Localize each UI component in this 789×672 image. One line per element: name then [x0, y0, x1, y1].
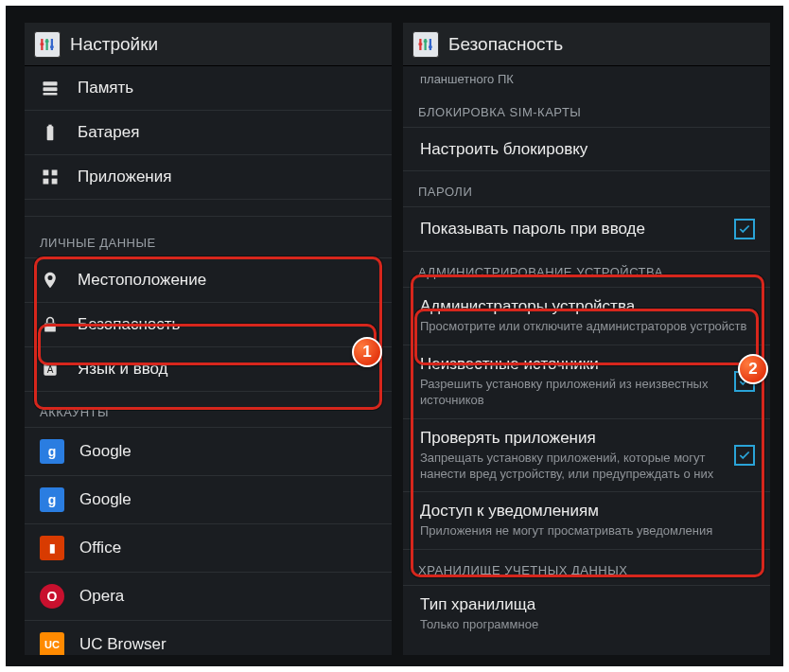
- row-label: Приложения: [78, 168, 377, 186]
- row-label: Google: [79, 442, 377, 461]
- svg-text:A: A: [47, 364, 54, 375]
- settings-item-apps[interactable]: Приложения: [25, 155, 392, 200]
- svg-rect-22: [424, 40, 428, 42]
- location-icon: [40, 270, 61, 291]
- item-notification-access[interactable]: Доступ к уведомлениям Приложения не могу…: [403, 492, 770, 550]
- row-label: Неизвестные источники: [420, 355, 727, 374]
- row-subtitle: Только программное: [420, 617, 755, 633]
- svg-rect-10: [48, 125, 51, 128]
- svg-rect-6: [44, 81, 58, 85]
- row-label: Безопасность: [78, 315, 377, 334]
- checkbox-checked-icon[interactable]: [734, 445, 755, 466]
- battery-icon: [40, 122, 61, 143]
- svg-rect-12: [52, 170, 58, 176]
- svg-rect-7: [44, 87, 58, 91]
- settings-app-icon: [412, 31, 439, 58]
- storage-icon: [40, 78, 61, 98]
- svg-rect-3: [41, 43, 44, 44]
- section-personal: ЛИЧНЫЕ ДАННЫЕ: [25, 217, 392, 258]
- row-label: Office: [79, 539, 377, 557]
- office-icon: ▮: [40, 536, 64, 560]
- language-icon: A: [40, 359, 61, 380]
- row-label: UC Browser: [79, 635, 377, 654]
- row-label: Тип хранилища: [420, 595, 755, 614]
- row-label: Проверять приложения: [420, 429, 727, 448]
- row-label: Opera: [79, 587, 377, 606]
- titlebar: Безопасность: [403, 23, 770, 66]
- account-item-google[interactable]: g Google: [25, 476, 392, 524]
- checkbox-checked-icon[interactable]: [734, 371, 755, 392]
- svg-rect-20: [430, 39, 431, 50]
- row-label: Батарея: [78, 123, 377, 142]
- svg-rect-14: [52, 179, 58, 185]
- section-simlock: БЛОКИРОВКА SIM-КАРТЫ: [403, 92, 770, 128]
- svg-rect-13: [44, 179, 49, 185]
- divider: [25, 200, 392, 217]
- lock-icon: [40, 314, 61, 335]
- section-device-admin: АДМИНИСТРИРОВАНИЕ УСТРОЙСТВА: [403, 252, 770, 288]
- row-label: Настроить блокировку: [420, 140, 755, 159]
- row-label: Доступ к уведомлениям: [420, 502, 755, 521]
- account-item-google[interactable]: g Google: [25, 428, 392, 476]
- row-subtitle: Просмотрите или отключите администраторо…: [420, 319, 755, 335]
- settings-item-language[interactable]: A Язык и ввод: [25, 347, 392, 392]
- row-label: Местоположение: [78, 271, 377, 290]
- svg-rect-8: [44, 93, 58, 96]
- svg-rect-11: [44, 170, 49, 176]
- svg-rect-21: [419, 43, 423, 44]
- truncated-subtitle: планшетного ПК: [403, 66, 770, 92]
- row-label: Администраторы устройства: [420, 297, 755, 316]
- page-title: Настройки: [70, 34, 158, 55]
- checkbox-checked-icon[interactable]: [734, 219, 755, 239]
- account-item-ucbrowser[interactable]: UC UC Browser: [25, 621, 392, 655]
- opera-icon: O: [40, 584, 64, 609]
- page-title: Безопасность: [448, 34, 563, 55]
- item-verify-apps[interactable]: Проверять приложения Запрещать установку…: [403, 419, 770, 493]
- row-label: Показывать пароль при вводе: [420, 220, 727, 239]
- titlebar: Настройки: [25, 23, 392, 66]
- row-label: Память: [78, 79, 377, 97]
- svg-rect-23: [429, 45, 432, 47]
- settings-item-storage[interactable]: Память: [25, 66, 392, 111]
- uc-icon: UC: [40, 632, 64, 655]
- svg-rect-15: [44, 323, 56, 331]
- row-subtitle: Запрещать установку приложений, которые …: [420, 451, 727, 483]
- phone-security: Безопасность планшетного ПК БЛОКИРОВКА S…: [403, 23, 770, 655]
- section-passwords: ПАРОЛИ: [403, 171, 770, 207]
- phone-settings: Настройки Память Батарея Приложения ЛИЧН…: [25, 23, 392, 655]
- svg-rect-5: [50, 45, 54, 47]
- account-item-opera[interactable]: O Opera: [25, 573, 392, 621]
- item-device-admins[interactable]: Администраторы устройства Просмотрите ил…: [403, 288, 770, 345]
- item-sim-lock[interactable]: Настроить блокировку: [403, 128, 770, 171]
- row-label: Google: [79, 490, 377, 509]
- google-icon: g: [40, 439, 64, 464]
- settings-item-location[interactable]: Местоположение: [25, 258, 392, 303]
- apps-icon: [40, 167, 61, 187]
- section-accounts: АККАУНТЫ: [25, 392, 392, 428]
- settings-app-icon: [34, 31, 61, 58]
- account-item-office[interactable]: ▮ Office: [25, 524, 392, 573]
- tutorial-canvas: Настройки Память Батарея Приложения ЛИЧН…: [0, 0, 789, 672]
- item-show-password[interactable]: Показывать пароль при вводе: [403, 207, 770, 252]
- settings-item-battery[interactable]: Батарея: [25, 111, 392, 155]
- row-subtitle: Разрешить установку приложений из неизве…: [420, 377, 727, 409]
- row-subtitle: Приложения не могут просматривать уведом…: [420, 523, 755, 539]
- item-unknown-sources[interactable]: Неизвестные источники Разрешить установк…: [403, 345, 770, 419]
- section-credentials: ХРАНИЛИЩЕ УЧЕТНЫХ ДАННЫХ: [403, 550, 770, 586]
- item-storage-type[interactable]: Тип хранилища Только программное: [403, 586, 770, 643]
- svg-rect-4: [45, 40, 49, 42]
- svg-rect-2: [51, 39, 53, 50]
- settings-item-security[interactable]: Безопасность: [25, 303, 392, 347]
- row-label: Язык и ввод: [78, 360, 377, 379]
- svg-rect-9: [47, 126, 54, 140]
- google-icon: g: [40, 487, 64, 512]
